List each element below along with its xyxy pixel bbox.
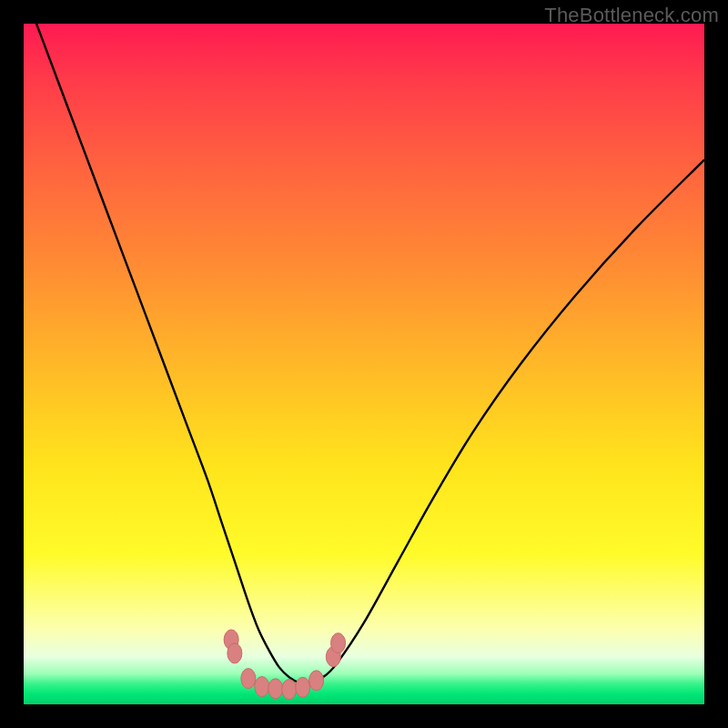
curve-marker	[296, 677, 310, 697]
curve-marker	[331, 633, 346, 653]
curve-markers	[224, 630, 345, 700]
curve-marker	[228, 643, 242, 663]
bottleneck-curve	[24, 24, 704, 683]
curve-marker	[255, 677, 269, 697]
curve-marker	[241, 669, 256, 689]
curve-marker	[268, 679, 283, 699]
plot-area	[24, 24, 704, 704]
watermark-text: TheBottleneck.com	[544, 4, 719, 27]
chart-frame: TheBottleneck.com	[0, 0, 728, 728]
curve-marker	[282, 680, 297, 700]
chart-svg	[24, 24, 704, 704]
curve-marker	[309, 671, 324, 691]
